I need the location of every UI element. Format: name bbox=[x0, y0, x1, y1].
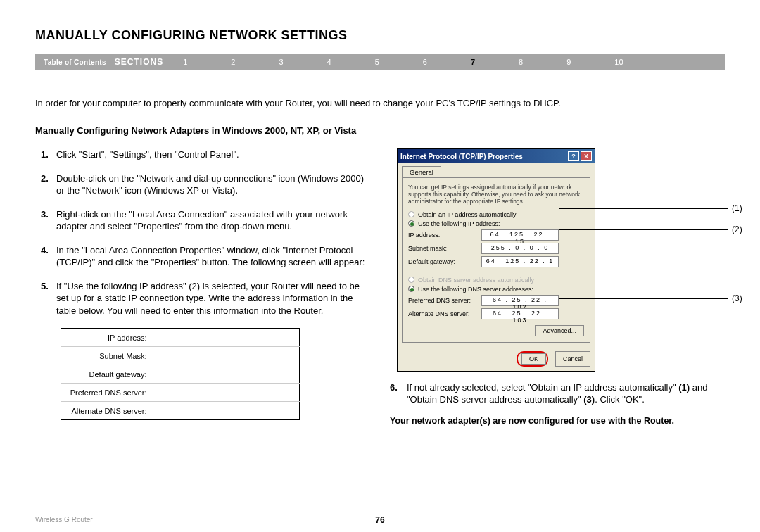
section-nav-bar: Table of Contents SECTIONS 1 2 3 4 5 6 7… bbox=[35, 54, 725, 70]
table-cell[interactable] bbox=[153, 365, 300, 384]
step-number: 2. bbox=[41, 172, 56, 197]
nav-item-9[interactable]: 9 bbox=[566, 58, 571, 66]
tcpip-properties-dialog: Internet Protocol (TCP/IP) Properties ? … bbox=[397, 148, 595, 372]
step-text: If not already selected, select "Obtain … bbox=[407, 381, 725, 406]
step-text: If "Use the following IP address" (2) is… bbox=[56, 280, 373, 317]
radio-icon[interactable] bbox=[408, 211, 414, 217]
table-label: Default gateway: bbox=[61, 365, 153, 384]
alternate-dns-label: Alternate DNS server: bbox=[408, 310, 479, 317]
step-number: 3. bbox=[41, 208, 56, 233]
page-number: 76 bbox=[375, 515, 384, 525]
callout-1: (1) bbox=[728, 203, 742, 213]
radio-icon[interactable] bbox=[408, 220, 414, 227]
table-cell[interactable] bbox=[153, 329, 300, 347]
address-entry-table: IP address: Subnet Mask: Default gateway… bbox=[61, 328, 300, 420]
ip-address-input[interactable]: 64 . 125 . 22 . 15 bbox=[481, 229, 559, 241]
radio-icon[interactable] bbox=[408, 277, 414, 283]
step-text: Double-click on the "Network and dial-up… bbox=[56, 172, 373, 197]
table-label: IP address: bbox=[61, 329, 153, 347]
step-text: In the "Local Area Connection Properties… bbox=[56, 244, 373, 269]
dialog-title: Internet Protocol (TCP/IP) Properties bbox=[400, 153, 523, 160]
advanced-button[interactable]: Advanced... bbox=[535, 325, 584, 336]
nav-item-4[interactable]: 4 bbox=[327, 58, 331, 66]
nav-item-10[interactable]: 10 bbox=[614, 58, 623, 66]
default-gateway-label: Default gateway: bbox=[408, 258, 479, 265]
alternate-dns-input[interactable]: 64 . 25 . 22 . 103 bbox=[481, 308, 559, 319]
table-label: Subnet Mask: bbox=[61, 347, 153, 365]
step-number: 1. bbox=[41, 148, 56, 161]
table-cell[interactable] bbox=[153, 384, 300, 402]
nav-item-6[interactable]: 6 bbox=[423, 58, 427, 66]
nav-item-8[interactable]: 8 bbox=[519, 58, 523, 66]
nav-sections-label: SECTIONS bbox=[115, 57, 183, 67]
nav-toc[interactable]: Table of Contents bbox=[35, 58, 115, 66]
radio-icon[interactable] bbox=[408, 286, 414, 292]
dialog-intro: You can get IP settings assigned automat… bbox=[408, 184, 584, 205]
subnet-mask-input[interactable]: 255 . 0 . 0 . 0 bbox=[481, 243, 559, 254]
nav-item-2[interactable]: 2 bbox=[231, 58, 235, 66]
confirmation-text: Your network adapter(s) are now configur… bbox=[390, 416, 725, 426]
nav-item-5[interactable]: 5 bbox=[375, 58, 379, 66]
subnet-mask-label: Subnet mask: bbox=[408, 245, 479, 252]
step-text: Right-click on the "Local Area Connectio… bbox=[56, 208, 373, 233]
step-number: 5. bbox=[41, 280, 56, 317]
default-gateway-input[interactable]: 64 . 125 . 22 . 1 bbox=[481, 256, 559, 267]
close-icon[interactable]: X bbox=[581, 151, 592, 161]
callout-3: (3) bbox=[728, 293, 742, 303]
help-icon[interactable]: ? bbox=[568, 151, 579, 161]
step-text: Click "Start", "Settings", then "Control… bbox=[56, 148, 373, 161]
step-number: 6. bbox=[390, 381, 407, 406]
nav-item-1[interactable]: 1 bbox=[183, 58, 187, 66]
radio-obtain-ip-auto[interactable]: Obtain an IP address automatically bbox=[418, 211, 516, 218]
nav-item-7[interactable]: 7 bbox=[471, 58, 475, 66]
ok-button[interactable]: OK bbox=[521, 353, 546, 365]
page-title: MANUALLY CONFIGURING NETWORK SETTINGS bbox=[35, 28, 725, 43]
table-cell[interactable] bbox=[153, 402, 300, 420]
tab-general[interactable]: General bbox=[402, 166, 441, 177]
preferred-dns-label: Preferred DNS server: bbox=[408, 297, 479, 304]
intro-paragraph: In order for your computer to properly c… bbox=[35, 98, 725, 108]
cancel-button[interactable]: Cancel bbox=[555, 351, 590, 367]
table-label: Preferred DNS server: bbox=[61, 384, 153, 402]
table-label: Alternate DNS server: bbox=[61, 402, 153, 420]
radio-obtain-dns-auto: Obtain DNS server address automatically bbox=[418, 277, 534, 284]
preferred-dns-input[interactable]: 64 . 25 . 22 . 102 bbox=[481, 295, 559, 306]
ip-address-label: IP address: bbox=[408, 232, 479, 239]
footer-product-name: Wireless G Router bbox=[35, 516, 93, 524]
nav-numbers: 1 2 3 4 5 6 7 8 9 10 bbox=[183, 58, 623, 66]
radio-use-following-dns[interactable]: Use the following DNS server addresses: bbox=[418, 286, 533, 293]
table-cell[interactable] bbox=[153, 347, 300, 365]
nav-item-3[interactable]: 3 bbox=[279, 58, 283, 66]
subheading: Manually Configuring Network Adapters in… bbox=[35, 125, 725, 136]
callout-2: (2) bbox=[728, 224, 742, 234]
radio-use-following-ip[interactable]: Use the following IP address: bbox=[418, 220, 500, 227]
step-number: 4. bbox=[41, 244, 56, 269]
